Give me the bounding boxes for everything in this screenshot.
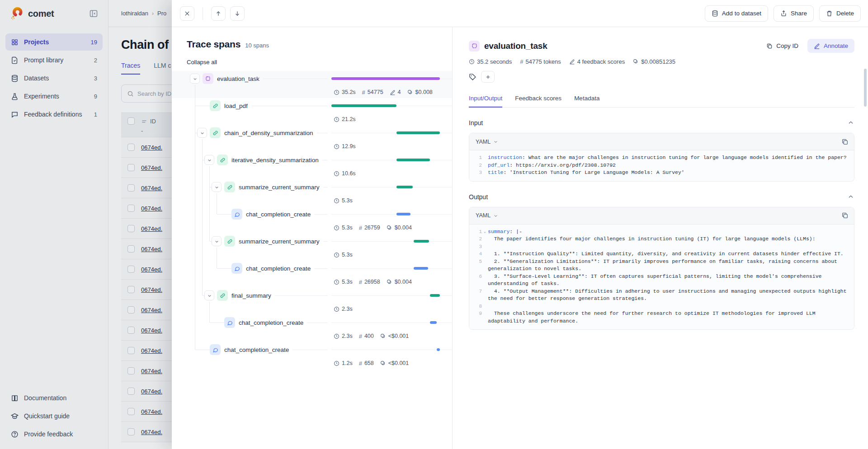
span-metrics: 5.3s#26958$0.004 <box>172 276 452 288</box>
span-metrics: 21.2s <box>172 113 452 125</box>
chevron-down-icon <box>493 213 498 218</box>
detail-tabs: Input/OutputFeedback scoresMetadata <box>469 94 854 108</box>
span-name: iterative_density_summarization <box>231 157 319 164</box>
delete-button[interactable]: Delete <box>819 5 861 22</box>
expand-chevron[interactable] <box>190 74 200 84</box>
code-line: 9 These challenges underscore the need f… <box>472 310 849 325</box>
detail-tab-feedback-scores[interactable]: Feedback scores <box>515 95 561 108</box>
annotate-button[interactable]: Annotate <box>807 39 854 53</box>
code-line: 5 2. **Generalization Limitations**: IT … <box>472 258 849 273</box>
cost-coins-icon <box>633 59 639 65</box>
trash-icon <box>826 10 833 17</box>
span-row[interactable]: final_summary2.3s <box>172 288 452 315</box>
span-timeline <box>331 152 440 168</box>
duration-bar <box>396 186 413 188</box>
input-format-select[interactable]: YAML <box>476 139 498 145</box>
expand-chevron[interactable] <box>204 155 214 165</box>
backdrop-overlay[interactable] <box>0 0 172 449</box>
code-line: 2pdf_url: https://arxiv.org/pdf/2308.107… <box>472 162 849 169</box>
span-type-tool-icon <box>217 154 228 165</box>
output-code: 1⌄summary: |-2 The paper identifies four… <box>469 224 854 330</box>
span-timeline <box>331 71 440 86</box>
expand-chevron[interactable] <box>197 128 207 138</box>
span-metrics: 2.3s#400<$0.001 <box>172 330 452 342</box>
detail-tab-metadata[interactable]: Metadata <box>574 95 599 108</box>
span-name: chat_completion_create <box>246 211 311 218</box>
span-timeline <box>331 206 440 222</box>
span-name: chat_completion_create <box>239 319 303 326</box>
span-row[interactable]: chat_completion_create2.3s#400<$0.001 <box>172 315 452 342</box>
clock-icon <box>469 59 475 65</box>
span-metrics: 2.3s <box>172 303 452 315</box>
span-timeline <box>331 125 440 140</box>
output-section: Output YAML 1⌄summary: |-2 The paper ide… <box>469 193 854 330</box>
collapse-all-button[interactable]: Collapse all <box>172 50 226 65</box>
add-tag-button[interactable] <box>481 71 495 83</box>
span-type-llm-icon <box>210 344 221 355</box>
output-section-title: Output <box>469 193 488 201</box>
trace-sheet: Add to dataset Share Delete Trace spans … <box>172 0 868 449</box>
span-row[interactable]: chat_completion_create5.3s#26958$0.004 <box>172 261 452 288</box>
span-type-llm-icon <box>231 263 242 274</box>
code-line: 3title: 'Instruction Tuning for Large La… <box>472 169 849 177</box>
expand-chevron[interactable] <box>204 290 214 300</box>
span-timeline <box>331 261 440 276</box>
span-metrics: 12.9s <box>172 140 452 152</box>
copy-input-icon[interactable] <box>841 138 849 145</box>
span-name: final_summary <box>231 292 271 299</box>
scrollbar-thumb[interactable] <box>864 69 867 107</box>
duration-bar <box>396 131 440 134</box>
close-button[interactable] <box>180 6 194 21</box>
span-metrics: 5.3s#26759$0.004 <box>172 222 452 234</box>
span-row[interactable]: summarize_current_summary5.3s <box>172 234 452 261</box>
span-metrics: 5.3s <box>172 249 452 261</box>
share-icon <box>780 10 787 17</box>
duration-bar <box>331 104 396 107</box>
plus-icon <box>485 74 491 80</box>
span-name: summarize_current_summary <box>239 184 320 191</box>
arrow-up-icon <box>215 10 222 17</box>
tags-row <box>469 71 854 83</box>
add-to-dataset-button[interactable]: Add to dataset <box>705 5 768 22</box>
chevron-up-icon[interactable] <box>847 119 854 126</box>
copy-id-button[interactable]: Copy ID <box>762 40 803 52</box>
close-icon <box>184 10 190 17</box>
share-button[interactable]: Share <box>774 5 814 22</box>
database-icon <box>712 10 718 17</box>
span-title: evaluation_task <box>484 41 547 51</box>
next-trace-button[interactable] <box>230 6 245 21</box>
span-name: chain_of_density_summarization <box>224 130 313 136</box>
span-metrics: 35.2s#547754$0.008 <box>172 86 452 98</box>
detail-tab-input-output[interactable]: Input/Output <box>469 95 502 108</box>
span-row[interactable]: iterative_density_summarization10.6s <box>172 152 452 179</box>
chevron-up-icon[interactable] <box>847 193 854 201</box>
code-line: 4 1. **Instruction Quality**: Limited qu… <box>472 250 849 258</box>
pencil-icon <box>814 43 820 49</box>
duration-bar <box>414 267 428 270</box>
duration-bar <box>331 77 440 80</box>
span-timeline <box>331 98 440 113</box>
duration-bar <box>396 159 430 161</box>
span-row[interactable]: chat_completion_create5.3s#26759$0.004 <box>172 206 452 234</box>
spans-count: 10 spans <box>245 42 269 49</box>
span-detail-panel: evaluation_task Copy ID Annotate 35.2 se… <box>452 27 868 449</box>
prev-trace-button[interactable] <box>211 6 226 21</box>
span-row[interactable]: evaluation_task35.2s#547754$0.008 <box>172 71 452 98</box>
span-row[interactable]: chat_completion_create1.2s#658<$0.001 <box>172 342 452 369</box>
span-name: summarize_current_summary <box>239 238 320 245</box>
span-type-tool-icon <box>224 236 235 247</box>
expand-chevron[interactable] <box>212 236 222 246</box>
output-format-select[interactable]: YAML <box>476 212 498 219</box>
span-row[interactable]: load_pdf21.2s <box>172 98 452 125</box>
span-row[interactable]: chain_of_density_summarization12.9s <box>172 125 452 152</box>
span-row[interactable]: summarize_current_summary5.3s <box>172 179 452 206</box>
tag-icon <box>469 73 476 81</box>
span-stats: 35.2 seconds #54775 tokens 4 feedback sc… <box>469 58 854 65</box>
span-type-llm-icon <box>224 317 235 328</box>
feedback-pencil-icon <box>569 59 575 65</box>
expand-chevron[interactable] <box>212 182 222 192</box>
app: lothiraldan › Pro Chain of D TracesLLM c… <box>0 0 868 449</box>
copy-output-icon[interactable] <box>841 212 849 219</box>
span-name: evaluation_task <box>217 75 259 82</box>
sheet-toolbar: Add to dataset Share Delete <box>172 0 868 27</box>
